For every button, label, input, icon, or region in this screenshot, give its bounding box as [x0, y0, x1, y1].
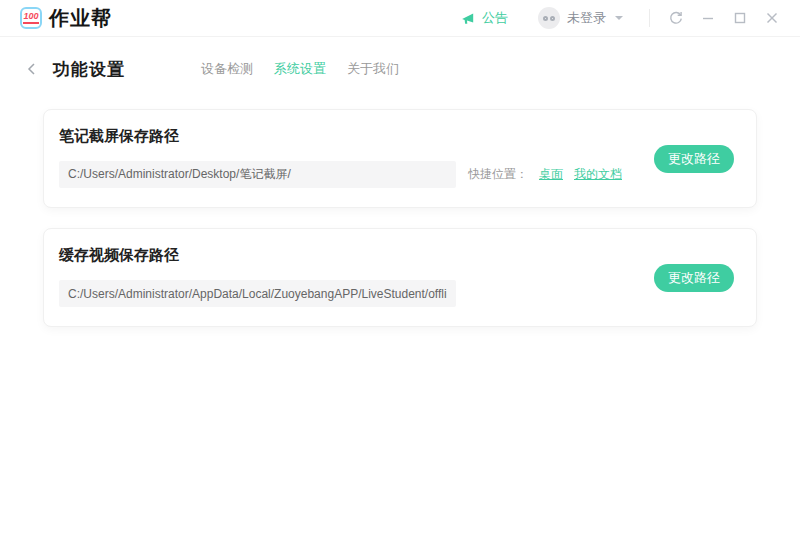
card-title: 笔记截屏保存路径: [59, 127, 736, 146]
quick-locations: 快捷位置： 桌面 我的文档: [468, 166, 622, 183]
change-path-button[interactable]: 更改路径: [654, 264, 734, 292]
quick-link-my-documents[interactable]: 我的文档: [574, 166, 622, 183]
tab-device-check[interactable]: 设备检测: [201, 56, 253, 82]
user-login-menu[interactable]: 未登录: [538, 7, 623, 29]
logo-text: 作业帮: [49, 5, 112, 32]
page-title: 功能设置: [53, 58, 125, 81]
tab-system-settings[interactable]: 系统设置: [274, 56, 326, 82]
megaphone-icon: [461, 11, 476, 26]
logo-badge-text: 100: [23, 12, 38, 24]
change-path-button[interactable]: 更改路径: [654, 145, 734, 173]
logo-100-icon: 100: [20, 7, 42, 29]
cached-video-path-input[interactable]: [59, 280, 456, 307]
app-header: 100 作业帮 公告 未登录: [0, 0, 800, 37]
settings-tabs: 设备检测 系统设置 关于我们: [201, 56, 399, 82]
app-logo: 100 作业帮: [20, 5, 112, 32]
note-screenshot-path-card: 笔记截屏保存路径 快捷位置： 桌面 我的文档 更改路径: [43, 109, 757, 208]
chevron-down-icon: [615, 16, 623, 20]
refresh-button[interactable]: [660, 4, 692, 32]
cached-video-path-card: 缓存视频保存路径 更改路径: [43, 228, 757, 327]
close-button[interactable]: [756, 4, 788, 32]
back-button[interactable]: [22, 59, 42, 79]
card-title: 缓存视频保存路径: [59, 246, 736, 265]
maximize-icon: [732, 10, 748, 26]
quick-link-desktop[interactable]: 桌面: [539, 166, 563, 183]
path-row: 快捷位置： 桌面 我的文档: [59, 161, 736, 188]
settings-cards: 笔记截屏保存路径 快捷位置： 桌面 我的文档 更改路径 缓存视频保存路径 更改路…: [0, 109, 800, 327]
avatar: [538, 7, 560, 29]
header-divider: [649, 9, 650, 27]
path-row: [59, 280, 736, 307]
close-icon: [764, 10, 780, 26]
page-titlebar: 功能设置 设备检测 系统设置 关于我们: [22, 56, 800, 82]
minimize-button[interactable]: [692, 4, 724, 32]
chevron-left-icon: [25, 61, 39, 77]
tab-about-us[interactable]: 关于我们: [347, 56, 399, 82]
note-screenshot-path-input[interactable]: [59, 161, 456, 188]
minimize-icon: [700, 10, 716, 26]
announcement-button[interactable]: 公告: [461, 9, 508, 27]
quick-locations-label: 快捷位置：: [468, 166, 528, 183]
maximize-button[interactable]: [724, 4, 756, 32]
refresh-icon: [668, 10, 684, 26]
announcement-label: 公告: [482, 9, 508, 27]
login-status-label: 未登录: [567, 9, 606, 27]
